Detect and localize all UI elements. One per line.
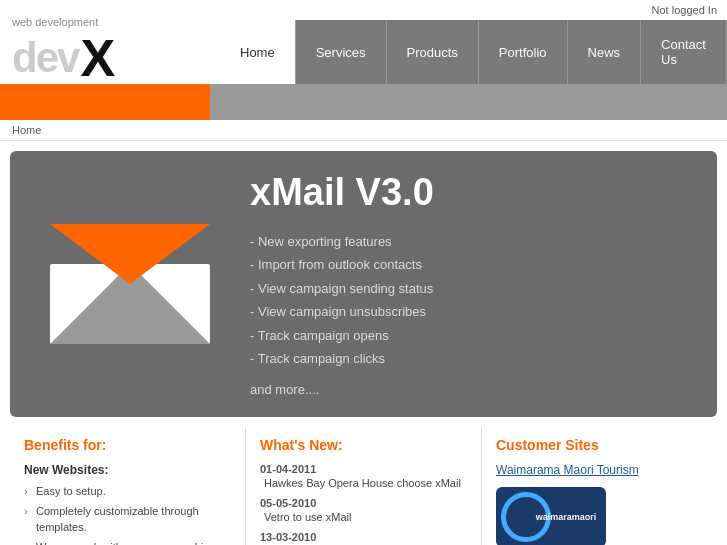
banner-row: [0, 84, 727, 120]
logo-brand-text: waimaramaori: [506, 512, 597, 522]
news-text-2: Vetro to use xMail: [260, 511, 467, 523]
news-text-1: Hawkes Bay Opera House choose xMail: [260, 477, 467, 489]
whats-new-column: What's New: 01-04-2011 Hawkes Bay Opera …: [246, 427, 482, 545]
gray-banner: [210, 84, 727, 120]
nav-products[interactable]: Products: [387, 20, 479, 84]
benefit-item-3: We can work with your own graphic design…: [24, 539, 231, 545]
login-status: Not logged In: [652, 4, 717, 16]
header: web development dev X Home Services Prod…: [0, 20, 727, 84]
nav-contact[interactable]: Contact Us: [641, 20, 727, 84]
benefit-item-2: Completely customizable through template…: [24, 503, 231, 536]
logo-area: web development dev X: [0, 20, 220, 84]
hero-section: xMail V3.0 - New exporting features - Im…: [10, 151, 717, 417]
customer-link-waimarama[interactable]: Waimarama Maori Tourism: [496, 463, 703, 477]
nav-home[interactable]: Home: [220, 20, 296, 84]
nav-news[interactable]: News: [568, 20, 642, 84]
benefits-title: Benefits for:: [24, 437, 231, 453]
columns-section: Benefits for: New Websites: Easy to setu…: [10, 427, 717, 545]
logo-dev: dev: [12, 34, 78, 82]
hero-feature-5: - Track campaign opens: [250, 324, 697, 347]
hero-envelope-icon: [30, 224, 230, 344]
hero-more: and more....: [250, 382, 697, 397]
customer-sites-column: Customer Sites Waimarama Maori Tourism w…: [482, 427, 717, 545]
hero-feature-3: - View campaign sending status: [250, 277, 697, 300]
news-date-2: 05-05-2010: [260, 497, 467, 509]
waimaramaori-logo: waimaramaori: [496, 487, 606, 545]
hero-title: xMail V3.0: [250, 171, 697, 214]
orange-banner: [0, 84, 210, 120]
news-date-1: 01-04-2011: [260, 463, 467, 475]
main-nav: Home Services Products Portfolio News Co…: [220, 20, 727, 84]
hero-feature-6: - Track campaign clicks: [250, 347, 697, 370]
customer-sites-title: Customer Sites: [496, 437, 703, 453]
logo-x: X: [80, 28, 115, 88]
whats-new-title: What's New:: [260, 437, 467, 453]
hero-features: - New exporting features - Import from o…: [250, 230, 697, 370]
benefit-item-1: Easy to setup.: [24, 483, 231, 500]
hero-feature-4: - View campaign unsubscribes: [250, 300, 697, 323]
hero-content: xMail V3.0 - New exporting features - Im…: [230, 171, 697, 397]
breadcrumb-home[interactable]: Home: [12, 124, 41, 136]
new-websites-heading: New Websites:: [24, 463, 231, 477]
nav-portfolio[interactable]: Portfolio: [479, 20, 568, 84]
hero-feature-2: - Import from outlook contacts: [250, 253, 697, 276]
breadcrumb: Home: [0, 120, 727, 141]
hero-feature-1: - New exporting features: [250, 230, 697, 253]
benefits-column: Benefits for: New Websites: Easy to setu…: [10, 427, 246, 545]
logo-tagline: web development: [12, 16, 115, 28]
nav-services[interactable]: Services: [296, 20, 387, 84]
news-date-3: 13-03-2010: [260, 531, 467, 543]
